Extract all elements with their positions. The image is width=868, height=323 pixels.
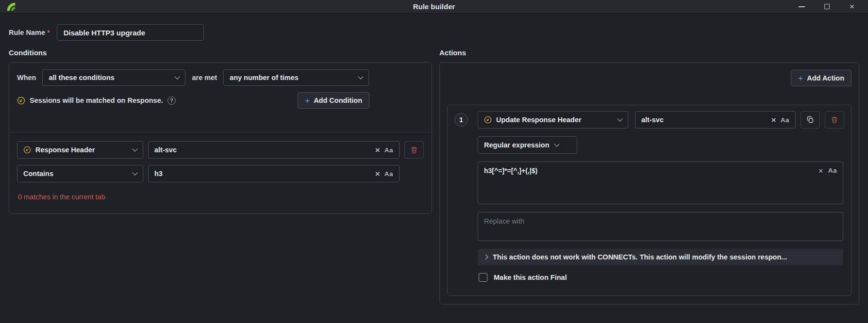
copy-icon xyxy=(806,116,814,124)
action-type-select[interactable]: Update Response Header xyxy=(478,111,628,129)
window-controls: × xyxy=(794,1,863,13)
actions-panel: + Add Action 1 Update Response Hea xyxy=(439,62,859,305)
condition-operator-value: Contains xyxy=(23,170,53,178)
chevron-down-icon xyxy=(132,146,137,151)
trash-icon xyxy=(831,116,838,124)
add-condition-button[interactable]: + Add Condition xyxy=(298,92,369,109)
frequency-value: any number of times xyxy=(230,74,299,81)
when-label: When xyxy=(17,74,36,81)
chevron-down-icon xyxy=(132,170,137,175)
close-icon: × xyxy=(850,2,854,11)
response-direction-icon xyxy=(17,97,25,105)
clear-icon[interactable]: × xyxy=(771,116,776,124)
condition-row: Response Header × Aa xyxy=(17,141,424,159)
match-case-toggle[interactable]: Aa xyxy=(828,167,837,174)
match-status-text: 0 matches in the current tab xyxy=(18,193,424,201)
delete-action-button[interactable] xyxy=(825,111,844,129)
action-item: 1 Update Response Header × xyxy=(447,105,851,296)
condition-value-input[interactable] xyxy=(154,146,371,154)
condition-value-input[interactable] xyxy=(154,170,371,178)
condition-value-input-wrap: × Aa xyxy=(148,141,400,159)
match-note-text: Sessions will be matched on Response. xyxy=(30,97,163,104)
condition-scope-select[interactable]: all these conditions xyxy=(42,69,185,86)
match-case-toggle[interactable]: Aa xyxy=(384,146,393,154)
condition-rows: Response Header × Aa xyxy=(9,132,432,201)
pattern-value: h3[^=]*=[^,]+(,|$) xyxy=(484,167,814,175)
rule-name-label: Rule Name * xyxy=(9,29,50,36)
actions-toolbar: + Add Action xyxy=(447,70,851,86)
frequency-select[interactable]: any number of times xyxy=(223,69,369,86)
chevron-down-icon xyxy=(554,141,559,146)
plus-icon: + xyxy=(305,97,310,105)
delete-condition-button[interactable] xyxy=(404,141,424,159)
chevron-right-icon xyxy=(483,254,488,259)
condition-row: Contains × Aa xyxy=(17,165,424,182)
chevron-down-icon xyxy=(358,74,363,79)
chevron-down-icon xyxy=(617,116,622,121)
clear-icon[interactable]: × xyxy=(375,146,380,154)
actions-heading: Actions xyxy=(439,48,859,57)
duplicate-action-button[interactable] xyxy=(801,111,820,129)
conditions-settings: When all these conditions are met any nu… xyxy=(9,63,432,132)
add-condition-label: Add Condition xyxy=(314,97,362,104)
clear-icon[interactable]: × xyxy=(375,170,380,178)
add-action-label: Add Action xyxy=(807,74,844,82)
titlebar: Rule builder × xyxy=(0,0,868,14)
trash-icon xyxy=(410,146,418,154)
condition-operator-select[interactable]: Contains xyxy=(17,165,143,182)
rule-name-input[interactable] xyxy=(57,24,204,41)
match-mode-select[interactable]: Regular expression xyxy=(478,136,577,154)
clear-icon[interactable]: × xyxy=(818,167,823,175)
when-row: When all these conditions are met any nu… xyxy=(17,69,369,86)
window-title: Rule builder xyxy=(0,2,868,11)
condition-field-value: Response Header xyxy=(35,146,95,154)
are-met-label: are met xyxy=(192,74,217,81)
required-asterisk: * xyxy=(47,29,50,36)
response-direction-icon xyxy=(484,116,492,124)
conditions-panel: When all these conditions are met any nu… xyxy=(9,62,432,214)
minimize-icon xyxy=(799,6,805,7)
minimize-button[interactable] xyxy=(794,1,809,13)
action-details: Regular expression h3[^=]*=[^,]+(,|$) × … xyxy=(478,136,843,282)
chevron-down-icon xyxy=(175,74,180,79)
fiddler-logo-icon xyxy=(6,1,17,12)
action-type-value: Update Response Header xyxy=(496,116,582,124)
replace-with-textarea[interactable]: Replace with xyxy=(478,212,843,241)
add-action-button[interactable]: + Add Action xyxy=(791,70,851,86)
match-note-row: Sessions will be matched on Response. ? … xyxy=(17,92,369,109)
rule-name-label-text: Rule Name xyxy=(9,29,45,36)
condition-scope-value: all these conditions xyxy=(49,74,114,81)
maximize-icon xyxy=(824,4,830,9)
final-action-row: Make this action Final xyxy=(478,273,843,282)
pattern-textarea[interactable]: h3[^=]*=[^,]+(,|$) × Aa xyxy=(478,162,843,204)
action-note-expander[interactable]: This action does not work with CONNECTs.… xyxy=(478,249,843,265)
rule-name-row: Rule Name * xyxy=(0,24,868,41)
close-button[interactable]: × xyxy=(845,1,859,13)
header-name-input[interactable] xyxy=(641,116,767,124)
final-checkbox-label: Make this action Final xyxy=(494,274,567,281)
help-icon[interactable]: ? xyxy=(167,97,176,105)
replace-with-placeholder: Replace with xyxy=(484,217,524,225)
match-case-toggle[interactable]: Aa xyxy=(384,170,393,178)
conditions-heading: Conditions xyxy=(9,48,432,57)
match-case-toggle[interactable]: Aa xyxy=(781,116,789,124)
condition-value-input-wrap: × Aa xyxy=(148,165,400,182)
condition-field-select[interactable]: Response Header xyxy=(17,141,143,159)
header-name-input-wrap: × Aa xyxy=(635,111,796,129)
maximize-button[interactable] xyxy=(819,1,834,13)
plus-icon: + xyxy=(798,74,803,82)
response-direction-icon xyxy=(23,146,31,154)
action-index-badge: 1 xyxy=(454,113,468,127)
final-checkbox[interactable] xyxy=(479,273,487,282)
action-header-row: 1 Update Response Header × xyxy=(454,111,844,129)
match-mode-value: Regular expression xyxy=(484,141,550,149)
action-note-text: This action does not work with CONNECTs.… xyxy=(493,253,787,261)
